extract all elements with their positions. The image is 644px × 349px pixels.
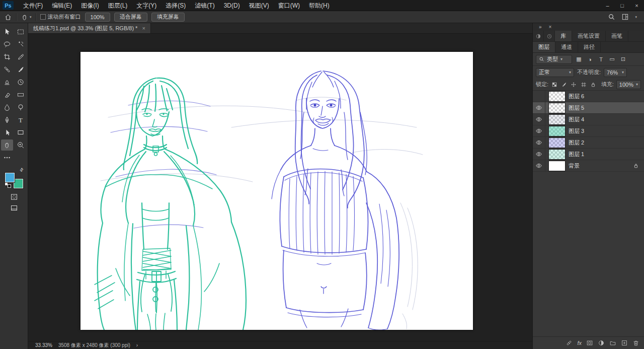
default-colors-icon[interactable] [5,182,11,188]
magic-wand-tool[interactable] [15,39,27,50]
canvas-area[interactable] [28,34,532,341]
move-tool[interactable] [1,26,13,37]
crop-tool[interactable] [1,51,13,62]
status-chevron-icon[interactable]: › [136,342,138,348]
visibility-toggle[interactable] [533,114,545,125]
layer-thumbnail[interactable] [549,161,565,171]
tab-channels[interactable]: 通道 [555,42,578,52]
hand-tool[interactable] [1,139,13,151]
clone-stamp-tool[interactable] [1,77,13,88]
layer-thumbnail[interactable] [549,126,565,136]
document-tab[interactable]: 线稿练习1.psd @ 33.3% (图层 5, RGB/8) * × [28,23,151,33]
tab-brush-settings[interactable]: 画笔设置 [572,31,606,41]
tab-layers[interactable]: 图层 [533,42,555,52]
menu-edit[interactable]: 编辑(E) [47,0,76,11]
history-brush-tool[interactable] [15,77,27,88]
filter-pixel-layers-icon[interactable]: ▦ [575,56,583,62]
filter-adjustment-layers-icon[interactable]: ◑ [586,56,594,62]
new-group-icon[interactable] [609,339,616,346]
eraser-tool[interactable] [1,89,13,100]
link-layers-icon[interactable] [566,339,573,346]
visibility-toggle[interactable] [533,160,545,171]
tab-libraries[interactable]: 库 [555,31,572,41]
lock-artboard-icon[interactable] [580,81,587,89]
filter-shape-layers-icon[interactable]: ▭ [608,56,616,62]
more-tools-icon[interactable] [1,152,13,163]
screen-mode-button[interactable] [8,202,20,214]
visibility-toggle[interactable] [533,149,545,160]
layer-thumbnail[interactable] [549,92,565,101]
close-panel-icon[interactable]: × [549,24,552,30]
zoom-tool[interactable] [15,139,27,151]
menu-image[interactable]: 图像(I) [76,0,103,11]
lock-position-icon[interactable] [570,81,577,89]
collapsed-panel-tab-2[interactable] [544,31,555,41]
adjustment-layer-icon[interactable] [598,339,605,346]
brush-tool[interactable] [15,64,27,75]
checkbox-box[interactable] [40,14,46,20]
home-button[interactable] [4,13,12,21]
path-selection-tool[interactable] [1,127,13,138]
visibility-toggle[interactable] [533,91,545,102]
marquee-tool[interactable] [15,26,27,37]
maximize-button[interactable]: □ [615,0,629,11]
layer-row[interactable]: 图层 1 [533,149,644,160]
visibility-toggle[interactable] [533,125,545,136]
add-layer-mask-icon[interactable] [586,339,593,346]
visibility-toggle[interactable] [533,137,545,148]
tab-paths[interactable]: 路径 [578,42,601,52]
collapse-panels-icon[interactable]: » [539,24,542,30]
close-button[interactable]: × [629,0,644,11]
menu-layer[interactable]: 图层(L) [104,0,132,11]
layer-thumbnail[interactable] [549,103,565,113]
layer-row[interactable]: 图层 5 [533,102,644,114]
menu-select[interactable]: 选择(S) [161,0,190,11]
tab-close-icon[interactable]: × [142,25,145,31]
fill-dropdown[interactable]: 100% ▾ [616,80,641,89]
healing-brush-tool[interactable] [1,64,13,75]
fit-screen-button[interactable]: 适合屏幕 [114,13,147,22]
status-zoom-field[interactable]: 33.33% [35,342,52,348]
layer-thumbnail[interactable] [549,115,565,124]
filter-smart-object-layers-icon[interactable]: ⊡ [619,56,627,62]
background-color-swatch[interactable] [14,179,23,188]
swap-colors-icon[interactable]: ⇄ [19,167,25,173]
layer-row-background[interactable]: 背景 [533,160,644,172]
eyedropper-tool[interactable] [15,51,27,62]
minimize-button[interactable]: – [600,0,615,11]
dodge-tool[interactable] [15,102,27,113]
pen-tool[interactable] [1,114,13,125]
collapsed-panel-tab-1[interactable] [533,31,544,41]
opacity-dropdown[interactable]: 76% ▾ [604,68,627,77]
lock-transparency-icon[interactable] [551,81,558,89]
search-icon[interactable] [608,13,615,21]
new-layer-icon[interactable] [621,339,628,346]
layer-thumbnail[interactable] [549,138,565,148]
delete-layer-icon[interactable] [632,339,639,346]
menu-filter[interactable]: 滤镜(T) [190,0,219,11]
scroll-all-windows-checkbox[interactable]: 滚动所有窗口 [40,13,81,21]
quick-mask-button[interactable] [8,191,20,202]
layer-row[interactable]: 图层 6 [533,91,644,102]
layer-style-icon[interactable]: fx [577,340,582,346]
menu-window[interactable]: 窗口(W) [274,0,304,11]
lasso-tool[interactable] [1,39,13,50]
layer-row[interactable]: 图层 4 [533,114,644,125]
menu-3d[interactable]: 3D(D) [219,0,245,11]
workspace-switcher-icon[interactable] [621,13,629,21]
layer-row[interactable]: 图层 2 [533,137,644,149]
menu-view[interactable]: 视图(V) [245,0,274,11]
blur-tool[interactable] [1,102,13,113]
layer-row[interactable]: 图层 3 [533,125,644,137]
blend-mode-dropdown[interactable]: 正常 ▾ [536,68,574,77]
visibility-toggle[interactable] [533,102,545,113]
gradient-tool[interactable] [15,89,27,100]
menu-help[interactable]: 帮助(H) [304,0,334,11]
layer-filter-type-dropdown[interactable]: 类型 ▾ [536,55,572,64]
shape-tool[interactable] [15,127,27,138]
menu-file[interactable]: 文件(F) [19,0,47,11]
zoom-100-button[interactable]: 100% [85,13,110,22]
menu-type[interactable]: 文字(Y) [132,0,161,11]
layer-thumbnail[interactable] [549,150,565,159]
foreground-color-swatch[interactable] [5,173,15,182]
